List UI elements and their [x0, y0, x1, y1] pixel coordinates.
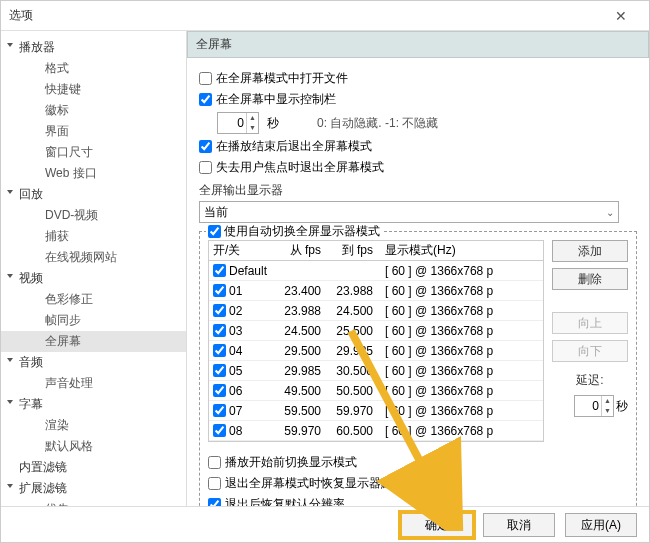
main-area: 播放器 格式 快捷键 徽标 界面 窗口尺寸 Web 接口 回放 DVD-视频 捕…: [1, 31, 649, 507]
chk-show-controls[interactable]: [199, 93, 212, 106]
table-row[interactable]: 0429.50029.985[ 60 ] @ 1366x768 p: [209, 341, 543, 361]
table-row[interactable]: 0859.97060.500[ 60 ] @ 1366x768 p: [209, 421, 543, 441]
chk-restore-mode[interactable]: [208, 477, 221, 490]
delay-label: 延迟:: [552, 372, 628, 389]
table-header: 开/关 从 fps 到 fps 显示模式(Hz): [209, 241, 543, 261]
table-side-buttons: 添加 删除 向上 向下 延迟: ▲▼ 秒: [552, 240, 628, 442]
tree-item[interactable]: 在线视频网站: [1, 247, 186, 268]
tree-item[interactable]: 声音处理: [1, 373, 186, 394]
tree-item[interactable]: 帧同步: [1, 310, 186, 331]
titlebar: 选项 ✕: [1, 1, 649, 31]
label: 在播放结束后退出全屏幕模式: [216, 138, 372, 155]
table-row[interactable]: 0324.50025.500[ 60 ] @ 1366x768 p: [209, 321, 543, 341]
auto-switch-group: 使用自动切换全屏显示器模式 开/关 从 fps 到 fps 显示模式(Hz) D…: [199, 231, 637, 507]
label: 在全屏幕中显示控制栏: [216, 91, 336, 108]
row-checkbox[interactable]: [213, 424, 226, 437]
table-row[interactable]: 0123.40023.988[ 60 ] @ 1366x768 p: [209, 281, 543, 301]
chk-exit-after-playback[interactable]: [199, 140, 212, 153]
table-row[interactable]: 0529.98530.500[ 60 ] @ 1366x768 p: [209, 361, 543, 381]
row-checkbox[interactable]: [213, 384, 226, 397]
add-button[interactable]: 添加: [552, 240, 628, 262]
output-monitor-label: 全屏输出显示器: [199, 182, 637, 199]
table-row[interactable]: 0759.50059.970[ 60 ] @ 1366x768 p: [209, 401, 543, 421]
row-checkbox[interactable]: [213, 364, 226, 377]
label: 在全屏幕模式中打开文件: [216, 70, 348, 87]
tree-video[interactable]: 视频: [1, 268, 186, 289]
row-checkbox[interactable]: [213, 304, 226, 317]
chk-switch-before[interactable]: [208, 456, 221, 469]
hint: 0: 自动隐藏. -1: 不隐藏: [317, 115, 438, 132]
tree-item[interactable]: DVD-视频: [1, 205, 186, 226]
tree-item[interactable]: 格式: [1, 58, 186, 79]
cancel-button[interactable]: 取消: [483, 513, 555, 537]
dialog-footer: 确定 取消 应用(A): [1, 506, 649, 542]
chk-auto-switch[interactable]: [208, 225, 221, 238]
tree-internal-filters[interactable]: 内置滤镜: [1, 457, 186, 478]
modes-table: 开/关 从 fps 到 fps 显示模式(Hz) Default[ 60 ] @…: [208, 240, 544, 442]
output-monitor-select[interactable]: 当前⌄: [199, 201, 619, 223]
tree-player[interactable]: 播放器: [1, 37, 186, 58]
tree-external-filters[interactable]: 扩展滤镜: [1, 478, 186, 499]
tree-item[interactable]: 窗口尺寸: [1, 142, 186, 163]
table-row[interactable]: 0649.50050.500[ 60 ] @ 1366x768 p: [209, 381, 543, 401]
tree-item[interactable]: Web 接口: [1, 163, 186, 184]
label: 使用自动切换全屏显示器模式: [224, 223, 380, 240]
table-row[interactable]: Default[ 60 ] @ 1366x768 p: [209, 261, 543, 281]
settings-panel: 全屏幕 在全屏幕模式中打开文件 在全屏幕中显示控制栏 ▲▼ 秒 0: 自动隐藏.…: [187, 31, 649, 507]
row-checkbox[interactable]: [213, 404, 226, 417]
chevron-down-icon: ⌄: [606, 207, 614, 218]
tree-item[interactable]: 徽标: [1, 100, 186, 121]
label: 失去用户焦点时退出全屏幕模式: [216, 159, 384, 176]
row-checkbox[interactable]: [213, 324, 226, 337]
tree-item-fullscreen[interactable]: 全屏幕: [1, 331, 186, 352]
row-checkbox[interactable]: [213, 344, 226, 357]
chk-launch-fullscreen[interactable]: [199, 72, 212, 85]
down-button[interactable]: 向下: [552, 340, 628, 362]
tree-item[interactable]: 渲染: [1, 415, 186, 436]
window-title: 选项: [9, 7, 601, 24]
row-checkbox[interactable]: [213, 284, 226, 297]
delay-stepper[interactable]: ▲▼: [574, 395, 614, 417]
tree-item[interactable]: 快捷键: [1, 79, 186, 100]
tree-audio[interactable]: 音频: [1, 352, 186, 373]
apply-button[interactable]: 应用(A): [565, 513, 637, 537]
panel-header: 全屏幕: [187, 31, 649, 58]
close-icon[interactable]: ✕: [601, 8, 641, 24]
tree-item[interactable]: 色彩修正: [1, 289, 186, 310]
tree-item[interactable]: 捕获: [1, 226, 186, 247]
hide-delay-stepper[interactable]: ▲▼: [217, 112, 259, 134]
tree-item[interactable]: 界面: [1, 121, 186, 142]
chk-exit-focus-lost[interactable]: [199, 161, 212, 174]
remove-button[interactable]: 删除: [552, 268, 628, 290]
table-row[interactable]: 0223.98824.500[ 60 ] @ 1366x768 p: [209, 301, 543, 321]
nav-tree: 播放器 格式 快捷键 徽标 界面 窗口尺寸 Web 接口 回放 DVD-视频 捕…: [1, 31, 187, 507]
row-checkbox[interactable]: [213, 264, 226, 277]
tree-subtitle[interactable]: 字幕: [1, 394, 186, 415]
unit: 秒: [267, 115, 279, 132]
tree-playback[interactable]: 回放: [1, 184, 186, 205]
tree-item[interactable]: 默认风格: [1, 436, 186, 457]
up-button[interactable]: 向上: [552, 312, 628, 334]
ok-button[interactable]: 确定: [401, 513, 473, 537]
